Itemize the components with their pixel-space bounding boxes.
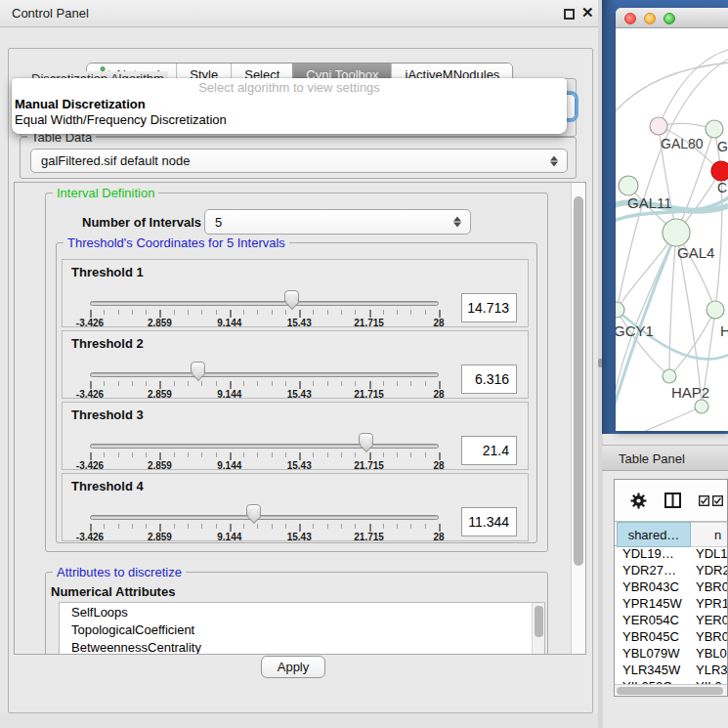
tick-mark <box>327 310 328 315</box>
tick-mark <box>159 452 161 460</box>
tick-mark <box>132 452 133 457</box>
network-node[interactable] <box>711 161 728 181</box>
slider-track[interactable] <box>90 515 439 520</box>
num-intervals-combobox[interactable]: 5 <box>204 209 471 235</box>
tick-mark <box>439 524 441 532</box>
tick-mark <box>146 452 147 457</box>
tick-label: 15.43 <box>287 318 312 328</box>
table-row[interactable]: YER054CYER0 <box>615 613 727 629</box>
combo-arrows-icon <box>453 217 461 228</box>
threshold-value-field[interactable] <box>461 507 517 536</box>
apply-button[interactable]: Apply <box>261 656 325 678</box>
slider-thumb[interactable] <box>359 433 373 445</box>
table-row[interactable]: YPR145WYPR1 <box>615 596 727 613</box>
column-header-name[interactable]: n <box>691 522 728 547</box>
table-row[interactable]: YDL19…YDL1 <box>615 546 727 563</box>
slider-thumb[interactable] <box>284 290 299 302</box>
column-header-shared-name[interactable]: shared… <box>617 522 691 547</box>
tick-mark <box>216 524 217 529</box>
tick-mark <box>313 452 314 457</box>
network-canvas[interactable]: GAL80GCGAL11GAL4GCY1HHAP2 <box>616 28 728 431</box>
tick-label: 9.144 <box>217 532 241 542</box>
threshold-panel: Threshold 3-3.4262.8599.14415.4321.71528 <box>62 402 529 470</box>
network-node[interactable] <box>707 301 724 319</box>
network-node-label: GAL4 <box>677 244 714 261</box>
cell-name: YBR0 <box>696 629 728 644</box>
tick-mark <box>201 310 202 315</box>
numerical-attributes-list[interactable]: SelfLoopsTopologicalCoefficientBetweenne… <box>59 602 545 655</box>
network-node[interactable] <box>706 120 723 138</box>
table-data-combobox[interactable]: galFiltered.sif default node <box>30 149 568 173</box>
threshold-panel: Threshold 1-3.4262.8599.14415.4321.71528 <box>62 259 529 327</box>
tick-mark <box>90 524 92 532</box>
tick-mark <box>188 381 189 386</box>
table-hscrollbar-thumb[interactable] <box>617 687 723 695</box>
table-header-row: shared… n <box>615 521 728 546</box>
table-row[interactable]: YBR045CYBR0 <box>615 629 727 646</box>
tick-mark <box>410 381 411 386</box>
zoom-traffic-light-icon[interactable] <box>664 13 675 24</box>
settings-scrollbar[interactable] <box>571 183 585 654</box>
tick-mark <box>188 452 189 457</box>
split-columns-icon[interactable] <box>664 492 681 508</box>
table-row[interactable]: YLR345WYLR3 <box>615 663 727 679</box>
bottom-filler <box>0 713 599 728</box>
tick-label: 9.144 <box>217 460 241 471</box>
slider-track[interactable] <box>90 444 439 449</box>
tick-mark <box>341 452 342 457</box>
network-node-label: C <box>717 180 727 195</box>
attribute-list-item[interactable]: SelfLoops <box>60 603 544 621</box>
attributes-scrollbar-thumb[interactable] <box>535 606 543 637</box>
attribute-list-item[interactable]: TopologicalCoefficient <box>60 621 544 638</box>
threshold-value-field[interactable] <box>461 436 517 465</box>
tick-mark <box>299 381 301 389</box>
algorithm-dropdown-popup: Select algorithm to view settings Manual… <box>12 78 567 134</box>
slider-track[interactable] <box>90 301 439 306</box>
dropdown-option[interactable]: Manual Discretization <box>12 97 567 112</box>
tick-mark <box>90 452 92 460</box>
network-node[interactable] <box>695 400 708 413</box>
tick-mark <box>216 452 217 457</box>
threshold-value-field[interactable] <box>461 364 517 394</box>
close-traffic-light-icon[interactable] <box>624 13 636 24</box>
tick-mark <box>104 452 105 457</box>
close-panel-icon[interactable]: ✕ <box>581 4 594 21</box>
settings-scrollbar-thumb[interactable] <box>574 196 583 566</box>
tick-mark <box>243 524 244 529</box>
tick-label: 2.859 <box>148 532 172 542</box>
tick-mark <box>355 310 356 315</box>
table-horizontal-scrollbar[interactable] <box>615 684 727 696</box>
attributes-list-scrollbar[interactable] <box>532 603 544 655</box>
tick-mark <box>90 310 92 318</box>
tick-label: 28 <box>433 460 444 471</box>
float-panel-icon[interactable] <box>564 9 575 20</box>
network-edge <box>659 48 728 126</box>
table-row[interactable]: YBR043CYBR0 <box>615 579 727 596</box>
tick-mark <box>188 310 189 315</box>
network-node[interactable] <box>650 117 667 135</box>
network-node[interactable] <box>663 369 676 383</box>
network-node[interactable] <box>663 219 690 246</box>
dropdown-option[interactable]: Equal Width/Frequency Discretization <box>12 112 567 128</box>
select-columns-icon[interactable] <box>699 495 724 506</box>
tick-mark <box>257 310 258 315</box>
slider-track[interactable] <box>90 372 439 377</box>
tick-mark <box>104 524 105 529</box>
tick-mark <box>257 381 258 386</box>
slider-thumb[interactable] <box>191 362 205 373</box>
network-node[interactable] <box>619 176 638 195</box>
cell-shared-name: YDL19… <box>622 546 674 561</box>
attribute-list-item[interactable]: BetweennessCentrality <box>60 638 544 655</box>
minimize-traffic-light-icon[interactable] <box>644 13 656 24</box>
tick-mark <box>439 381 441 389</box>
tick-mark <box>201 452 202 457</box>
gear-icon[interactable] <box>630 492 647 509</box>
threshold-value-field[interactable] <box>461 293 517 322</box>
tick-mark <box>397 452 398 457</box>
slider-thumb[interactable] <box>246 504 261 516</box>
tick-mark <box>188 524 189 529</box>
dropdown-prompt-item[interactable]: Select algorithm to view settings <box>12 78 567 97</box>
table-row[interactable]: YBL079WYBL0 <box>615 646 727 663</box>
table-row[interactable]: YDR27…YDR2 <box>615 563 727 579</box>
tick-mark <box>132 524 133 529</box>
